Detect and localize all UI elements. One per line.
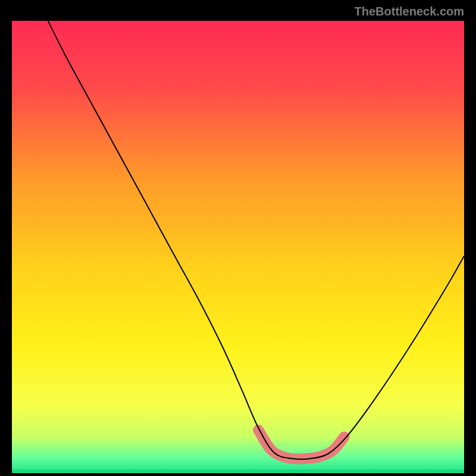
watermark-text: TheBottleneck.com: [355, 5, 464, 18]
bottom-highlight: [258, 430, 344, 459]
bottleneck-curve: [48, 21, 464, 459]
chart-frame: [12, 21, 464, 473]
chart-overlay: [12, 21, 464, 473]
